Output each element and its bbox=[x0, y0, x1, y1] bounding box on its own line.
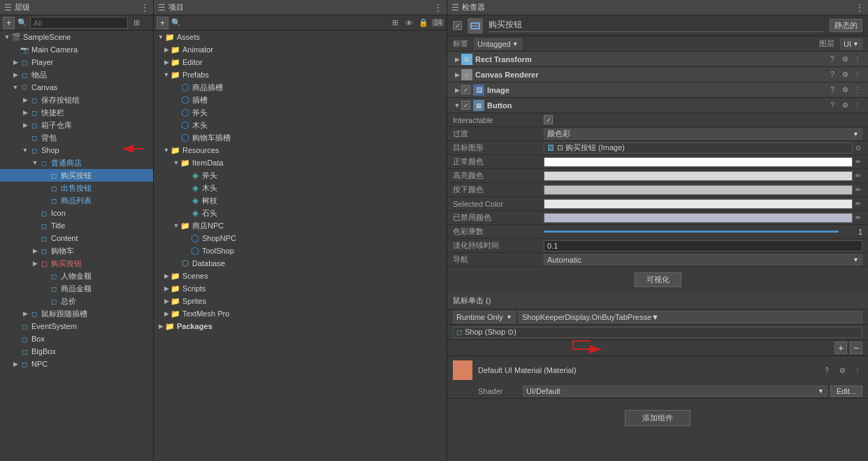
tree-item-cart[interactable]: ◻ 购物车 bbox=[0, 244, 153, 257]
tag-dropdown[interactable]: Untagged ▼ bbox=[474, 38, 522, 50]
disabled-color-pencil[interactable]: ✏ bbox=[854, 214, 862, 222]
shop-ref-field[interactable]: ◻ Shop (Shop ⊙) bbox=[453, 327, 862, 338]
folder-shopnpc[interactable]: 📁 商店NPC bbox=[154, 219, 447, 232]
button-menu-icon[interactable]: ⋮ bbox=[853, 101, 862, 110]
tree-item-icon[interactable]: ◻ Icon bbox=[0, 207, 153, 219]
nav-dropdown[interactable]: Automatic ▼ bbox=[544, 254, 862, 265]
item-shop-slot[interactable]: ⬡ 商品插槽 bbox=[154, 81, 447, 94]
runtime-dropdown[interactable]: Runtime Only ▼ bbox=[453, 311, 516, 323]
tree-item-mouse-plugin[interactable]: ◻ 鼠标跟随插槽 bbox=[0, 307, 153, 320]
hierarchy-add-btn[interactable]: + bbox=[3, 17, 15, 29]
hierarchy-options-icon[interactable]: ⋮ bbox=[140, 3, 149, 13]
tree-item-goods-list[interactable]: ◻ 商品列表 bbox=[0, 194, 153, 207]
layer-dropdown[interactable]: UI ▼ bbox=[840, 38, 862, 50]
remove-event-btn[interactable]: − bbox=[850, 342, 862, 354]
disabled-color-field[interactable] bbox=[544, 213, 853, 223]
tree-item-bag[interactable]: ◻ 背包 bbox=[0, 131, 153, 144]
rect-transform-menu-icon[interactable]: ⋮ bbox=[853, 54, 862, 64]
image-menu-icon[interactable]: ⋮ bbox=[853, 85, 862, 95]
project-layout-icon[interactable]: ⊞ bbox=[390, 17, 401, 29]
image-settings-icon[interactable]: ⚙ bbox=[840, 85, 850, 95]
button-settings-icon[interactable]: ⚙ bbox=[840, 101, 850, 110]
static-button[interactable]: 静态的 bbox=[830, 19, 862, 32]
method-dropdown[interactable]: ShopKeeperDisplay.OnBuyTabPresse▼ bbox=[519, 311, 862, 323]
normal-color-field[interactable] bbox=[544, 157, 853, 167]
button-help-icon[interactable]: ? bbox=[827, 101, 837, 110]
image-help-icon[interactable]: ? bbox=[827, 85, 837, 95]
edit-btn[interactable]: Edit... bbox=[830, 386, 862, 397]
folder-resources[interactable]: 📁 Resources bbox=[154, 144, 447, 156]
tree-item-buy-btn[interactable]: ◻ 购买按钮 bbox=[0, 169, 153, 182]
tree-item-eventsystem[interactable]: ◻ EventSystem bbox=[0, 320, 153, 332]
pressed-color-pencil[interactable]: ✏ bbox=[854, 186, 862, 194]
tree-item-content[interactable]: ◻ Content bbox=[0, 232, 153, 244]
hierarchy-layout-icon[interactable]: ⊞ bbox=[131, 17, 142, 29]
folder-assets[interactable]: 📁 Assets bbox=[154, 31, 447, 43]
project-menu-icon[interactable]: ☰ bbox=[158, 3, 166, 13]
canvas-renderer-header[interactable]: ○ Canvas Renderer ? ⚙ ⋮ bbox=[447, 67, 868, 82]
item-axe[interactable]: ⬡ 斧头 bbox=[154, 106, 447, 119]
material-settings-icon[interactable]: ⚙ bbox=[837, 365, 847, 375]
item-cart-slot[interactable]: ⬡ 购物车插槽 bbox=[154, 131, 447, 144]
pressed-color-field[interactable] bbox=[544, 185, 853, 195]
button-checkbox[interactable]: ✓ bbox=[461, 101, 470, 110]
canvas-renderer-settings-icon[interactable]: ⚙ bbox=[840, 70, 850, 80]
canvas-renderer-help-icon[interactable]: ? bbox=[827, 70, 837, 80]
project-eye-icon[interactable]: 👁 bbox=[404, 17, 415, 29]
tree-item-npc[interactable]: ◻ NPC bbox=[0, 358, 153, 370]
tree-item-buy-btn2[interactable]: ◻ 购买按钮 bbox=[0, 257, 153, 270]
tree-item-player[interactable]: ◻ Player bbox=[0, 56, 153, 68]
rect-transform-header[interactable]: ⊞ Rect Transform ? ⚙ ⋮ bbox=[447, 52, 868, 67]
item-branches[interactable]: ◈ 树枝 bbox=[154, 194, 447, 207]
folder-sprites[interactable]: 📁 Sprites bbox=[154, 295, 447, 307]
tree-item-person-amount[interactable]: ◻ 人物金额 bbox=[0, 270, 153, 282]
selected-color-field[interactable] bbox=[544, 199, 853, 209]
button-header[interactable]: ✓ ▦ Button ? ⚙ ⋮ bbox=[447, 98, 868, 113]
folder-scripts[interactable]: 📁 Scripts bbox=[154, 282, 447, 295]
tree-item-goods[interactable]: ◻ 物品 bbox=[0, 68, 153, 81]
project-lock-icon[interactable]: 🔒 bbox=[418, 17, 429, 29]
highlight-color-field[interactable] bbox=[544, 171, 853, 181]
hierarchy-search-input[interactable] bbox=[30, 17, 128, 29]
item-axe2[interactable]: ◈ 斧头 bbox=[154, 169, 447, 182]
target-graphic-dot[interactable]: ⊙ bbox=[854, 144, 862, 152]
item-stone[interactable]: ◈ 石头 bbox=[154, 207, 447, 219]
folder-animator[interactable]: 📁 Animator bbox=[154, 43, 447, 56]
tree-item-sell-btn[interactable]: ◻ 出售按钮 bbox=[0, 182, 153, 194]
normal-color-pencil[interactable]: ✏ bbox=[854, 158, 862, 166]
item-wood[interactable]: ⬡ 木头 bbox=[154, 119, 447, 131]
inspector-menu-icon[interactable]: ☰ bbox=[451, 3, 459, 13]
tree-item-common-shop[interactable]: ◻ 普通商店 bbox=[0, 156, 153, 169]
tree-item-chest[interactable]: ◻ 箱子仓库 bbox=[0, 119, 153, 131]
rect-transform-help-icon[interactable]: ? bbox=[827, 54, 837, 64]
tree-item-save-btn-group[interactable]: ◻ 保存按钮组 bbox=[0, 94, 153, 106]
tree-item-title[interactable]: ◻ Title bbox=[0, 219, 153, 232]
folder-editor[interactable]: 📁 Editor bbox=[154, 56, 447, 68]
folder-itemdata[interactable]: 📁 ItemData bbox=[154, 156, 447, 169]
folder-textmeshpro[interactable]: 📁 TextMesh Pro bbox=[154, 307, 447, 320]
project-add-btn[interactable]: + bbox=[157, 17, 168, 29]
tree-item-maincamera[interactable]: 📷 Main Camera bbox=[0, 43, 153, 56]
tree-item-box[interactable]: ◻ Box bbox=[0, 332, 153, 345]
tree-item-samplescene[interactable]: 🎬 SampleScene bbox=[0, 31, 153, 43]
tree-item-canvas[interactable]: ⬡ Canvas bbox=[0, 81, 153, 94]
color-mult-slider[interactable] bbox=[544, 230, 839, 233]
hierarchy-menu-icon[interactable]: ☰ bbox=[4, 3, 12, 13]
item-database[interactable]: ⬡ Database bbox=[154, 257, 447, 270]
material-menu-icon[interactable]: ⋮ bbox=[853, 365, 862, 375]
tree-item-shop[interactable]: ◻ Shop bbox=[0, 144, 153, 156]
folder-scenes[interactable]: 📁 Scenes bbox=[154, 270, 447, 282]
image-header[interactable]: ✓ 🖼 Image ? ⚙ ⋮ bbox=[447, 82, 868, 98]
selected-color-pencil[interactable]: ✏ bbox=[854, 200, 862, 208]
tree-item-toolbar[interactable]: ◻ 快捷栏 bbox=[0, 106, 153, 119]
item-shopnpc[interactable]: ⬡ ShopNPC bbox=[154, 232, 447, 244]
folder-prefabs[interactable]: 📁 Prefabs bbox=[154, 68, 447, 81]
add-component-btn[interactable]: 添加组件 bbox=[625, 410, 690, 426]
item-wood2[interactable]: ◈ 木头 bbox=[154, 182, 447, 194]
shader-dropdown[interactable]: UI/Default ▼ bbox=[523, 386, 827, 397]
inspector-options-icon[interactable]: ⋮ bbox=[855, 3, 864, 13]
tree-item-goods-amount[interactable]: ◻ 商品金额 bbox=[0, 282, 153, 295]
tree-item-total[interactable]: ◻ 总价 bbox=[0, 295, 153, 307]
interactable-checkbox[interactable]: ✓ bbox=[544, 115, 553, 124]
image-checkbox[interactable]: ✓ bbox=[461, 85, 470, 94]
